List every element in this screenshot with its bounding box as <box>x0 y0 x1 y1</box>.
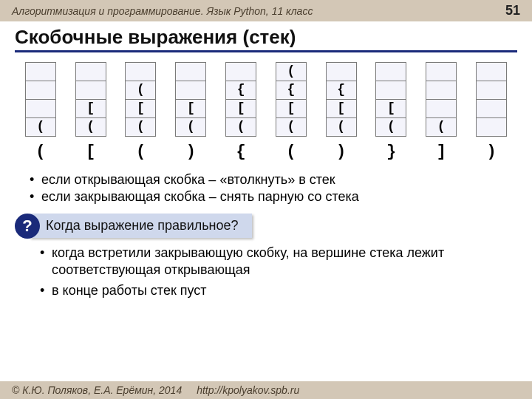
footer-copyright: © К.Ю. Поляков, Е.А. Ерёмин, 2014 <box>12 384 182 396</box>
answers-item: когда встретили закрывающую скобку, на в… <box>52 245 519 279</box>
stack-input-char: ) <box>336 143 346 161</box>
stack-input-char: ) <box>186 143 196 161</box>
stack-cell <box>25 99 56 118</box>
stack-cell <box>326 62 357 81</box>
stack-cell <box>225 62 256 81</box>
stack-input-char: { <box>236 143 245 161</box>
stack-cell: ( <box>375 117 406 137</box>
stack-cell: [ <box>125 99 156 118</box>
stack-column: [(} <box>369 63 415 161</box>
stack-cell <box>375 81 406 100</box>
stack-cell <box>476 62 507 81</box>
stack-column: [([ <box>68 63 114 161</box>
stack-cell <box>175 62 206 81</box>
title-rule <box>15 50 517 52</box>
stack-column: ({[(( <box>268 63 314 161</box>
stack-cell: ( <box>125 81 156 100</box>
stack-column: ([(( <box>118 63 164 161</box>
stack-cell: ( <box>25 117 56 137</box>
rules-list: если открывающая скобка – «втолкнуть» в … <box>41 171 519 206</box>
stack-column: ) <box>468 63 514 161</box>
stack-cell: [ <box>326 99 357 118</box>
stack-cell: [ <box>375 99 406 118</box>
stack-cell <box>25 81 56 100</box>
question-row: ? Когда выражение правильное? <box>15 214 517 239</box>
stack-cell: ( <box>75 117 106 137</box>
stack-cell: ( <box>426 117 457 137</box>
stack-diagram: (([([([(([(){[({({[(({[()[(}(]) <box>0 63 532 161</box>
stack-input-char: [ <box>86 143 95 161</box>
stack-input-char: ( <box>35 143 45 161</box>
stack-cell: ( <box>175 117 206 137</box>
footer-bar: © К.Ю. Поляков, Е.А. Ерёмин, 2014 http:/… <box>0 381 532 399</box>
stack-cell <box>426 81 457 100</box>
stack-column: {[() <box>318 63 364 161</box>
stack-cell <box>426 62 457 81</box>
header-bar: Алгоритмизация и программирование. Язык … <box>0 0 532 21</box>
stack-input-char: ] <box>437 143 446 161</box>
rules-item: если открывающая скобка – «втолкнуть» в … <box>41 171 519 188</box>
answers-item: в конце работы стек пуст <box>52 282 519 299</box>
stack-cell: [ <box>175 99 206 118</box>
stack-column: {[({ <box>218 63 264 161</box>
stack-cell: [ <box>276 99 307 118</box>
stack-input-char: ( <box>286 143 296 161</box>
stack-cell: [ <box>225 99 256 118</box>
stack-cell <box>75 62 106 81</box>
page-title: Скобочные выражения (стек) <box>15 26 517 49</box>
stack-input-char: ) <box>486 143 496 161</box>
stack-input-char: ( <box>136 143 146 161</box>
question-text: Когда выражение правильное? <box>30 214 252 238</box>
stack-cell: ( <box>125 117 156 137</box>
stack-cell: [ <box>75 99 106 118</box>
stack-cell <box>426 99 457 118</box>
stack-cell: { <box>326 81 357 100</box>
footer-url: http://kpolyakov.spb.ru <box>197 384 299 396</box>
stack-cell <box>476 81 507 100</box>
stack-cell: ( <box>276 117 307 137</box>
stack-column: (] <box>418 63 464 161</box>
stack-cell <box>125 62 156 81</box>
stack-cell: ( <box>225 117 256 137</box>
stack-input-char: } <box>386 143 396 161</box>
course-label: Алгоритмизация и программирование. Язык … <box>12 5 313 17</box>
rules-item: если закрывающая скобка – снять парную с… <box>41 188 519 205</box>
question-mark-icon: ? <box>15 214 40 239</box>
stack-cell <box>25 62 56 81</box>
page-number: 51 <box>505 3 520 18</box>
answers-list: когда встретили закрывающую скобку, на в… <box>52 245 519 299</box>
stack-cell <box>476 99 507 118</box>
stack-cell <box>375 62 406 81</box>
stack-cell: ( <box>276 62 307 81</box>
stack-cell <box>175 81 206 100</box>
stack-cell <box>476 117 507 137</box>
stack-column: [() <box>168 63 214 161</box>
stack-cell: { <box>225 81 256 100</box>
stack-column: (( <box>18 63 64 161</box>
stack-cell <box>75 81 106 100</box>
stack-cell: { <box>276 81 307 100</box>
stack-cell: ( <box>326 117 357 137</box>
